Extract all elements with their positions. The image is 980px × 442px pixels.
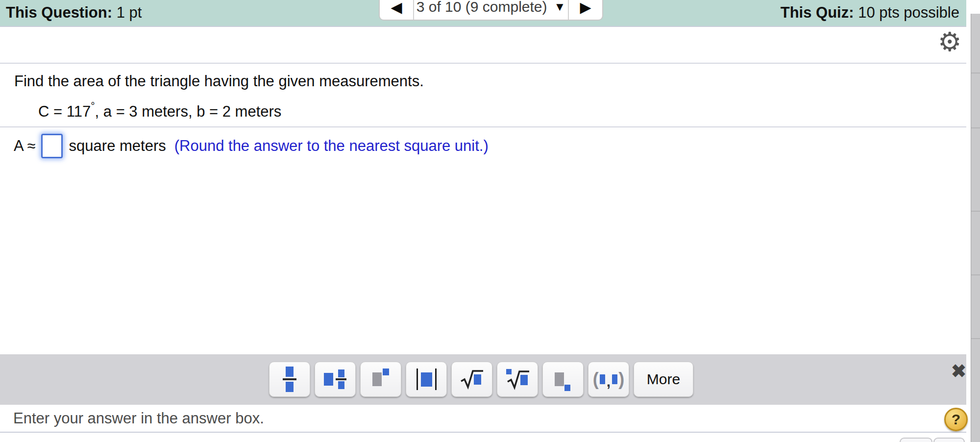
mixed-number-icon — [324, 369, 346, 389]
instruction-text: Enter your answer in the answer box. — [13, 410, 264, 427]
question-progress-label: 3 of 10 (9 complete) — [416, 0, 547, 15]
chevron-down-icon: ▼ — [554, 0, 566, 14]
given-measurements: C = 117°, a = 3 meters, b = 2 meters — [38, 102, 281, 121]
next-arrow-icon: ▶ — [580, 0, 591, 16]
square-root-button[interactable] — [451, 362, 492, 397]
square-root-icon — [460, 368, 484, 390]
answer-row: A ≈ square meters (Round the answer to t… — [14, 132, 489, 160]
scrollbar-segment-line — [971, 127, 980, 128]
math-palette: ( , ) More — [269, 362, 693, 397]
this-quiz-value: 10 pts possible — [858, 4, 959, 21]
exponent-button[interactable] — [360, 362, 401, 397]
scrollbar-segment-line — [971, 274, 980, 275]
question-prompt: Find the area of the triangle having the… — [14, 73, 424, 90]
quiz-player-window: This Question: 1 pt ◀ 3 of 10 (9 complet… — [0, 0, 980, 442]
absolute-value-button[interactable] — [406, 362, 447, 397]
bottom-left-stub-button[interactable] — [900, 438, 932, 442]
question-divider — [0, 126, 966, 127]
subscript-icon — [555, 369, 571, 389]
instruction-row: Enter your answer in the answer box. ? — [0, 405, 966, 433]
question-header-bar: This Question: 1 pt ◀ 3 of 10 (9 complet… — [0, 0, 966, 27]
comma-glyph: , — [607, 373, 611, 390]
close-icon[interactable]: ✖ — [951, 362, 966, 380]
subscript-button[interactable] — [542, 362, 584, 397]
answer-unit: square meters — [69, 137, 166, 155]
answer-prefix: A ≈ — [14, 137, 36, 155]
bottom-right-stub-button[interactable] — [933, 438, 965, 442]
fraction-icon — [283, 367, 296, 392]
this-question-label: This Question: — [6, 4, 112, 21]
next-question-button[interactable]: ▶ — [569, 0, 602, 20]
this-quiz-points: This Quiz: 10 pts possible — [781, 4, 959, 22]
gear-icon[interactable]: ⚙ — [938, 28, 961, 55]
previous-arrow-icon: ◀ — [391, 0, 402, 16]
answer-input[interactable] — [41, 134, 63, 158]
math-palette-toolbar: ( , ) More ✖ — [0, 354, 966, 405]
question-navigator: ◀ 3 of 10 (9 complete) ▼ ▶ — [379, 0, 603, 21]
mixed-number-button[interactable] — [315, 362, 356, 397]
bottom-strip — [0, 433, 966, 442]
open-paren-glyph: ( — [593, 369, 599, 390]
absolute-value-icon — [416, 368, 437, 390]
scrollbar-segment-line — [971, 73, 980, 74]
this-question-value: 1 pt — [117, 4, 142, 21]
ordered-pair-button[interactable]: ( , ) — [588, 362, 629, 397]
given-sides: , a = 3 meters, b = 2 meters — [95, 103, 282, 120]
degree-symbol: ° — [91, 100, 95, 111]
scrollbar-segment-line — [971, 211, 980, 212]
previous-question-button[interactable]: ◀ — [380, 0, 413, 20]
more-button[interactable]: More — [634, 362, 693, 397]
ordered-pair-icon: ( , ) — [593, 368, 624, 390]
scrollbar-segment-line — [971, 338, 980, 339]
help-icon[interactable]: ? — [944, 408, 968, 431]
rounding-hint: (Round the answer to the nearest square … — [174, 137, 489, 155]
header-divider — [0, 63, 966, 64]
vertical-scrollbar[interactable] — [971, 14, 980, 442]
this-question-points: This Question: 1 pt — [6, 4, 142, 22]
this-quiz-label: This Quiz: — [781, 4, 854, 21]
nth-root-button[interactable] — [497, 362, 538, 397]
close-paren-glyph: ) — [618, 369, 624, 390]
fraction-button[interactable] — [269, 362, 310, 397]
exponent-icon — [372, 369, 389, 389]
nth-root-icon — [505, 368, 530, 391]
question-select-dropdown[interactable]: 3 of 10 (9 complete) ▼ — [414, 0, 568, 20]
given-angle: C = 117 — [38, 103, 91, 120]
